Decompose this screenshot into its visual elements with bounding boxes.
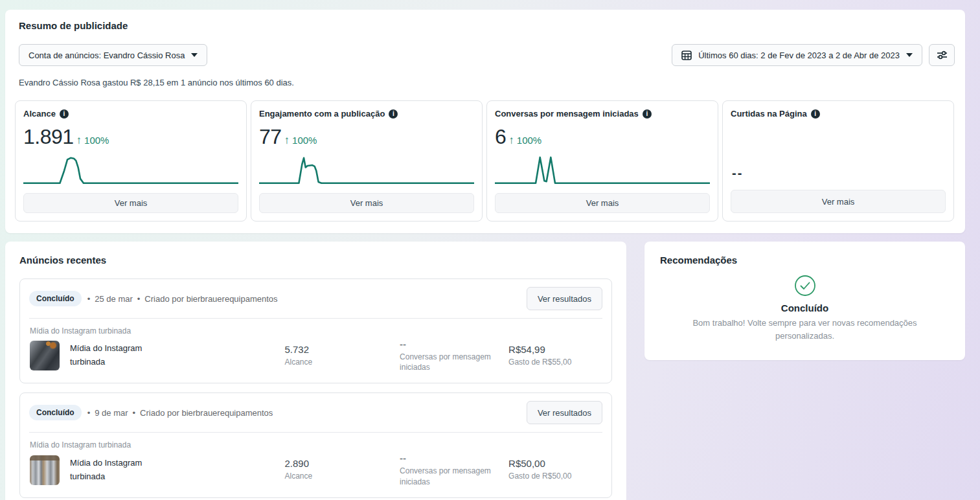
campaign-label: Mídia do Instagram turbinada: [30, 326, 602, 335]
metric-value: --: [400, 339, 508, 350]
metric-card-engagement: Engajamento com a publicação i 77 ↑ 100%…: [251, 100, 483, 222]
advertising-summary-panel: Resumo de publicidade Conta de anúncios:…: [5, 10, 965, 233]
metric-change: 100%: [84, 135, 109, 146]
info-icon[interactable]: i: [60, 109, 69, 119]
chevron-down-icon: [191, 53, 198, 57]
metric-value: R$54,99: [508, 344, 602, 355]
ad-title: Mídia do Instagram turbinada: [70, 457, 167, 484]
see-more-button[interactable]: Ver mais: [731, 190, 946, 213]
metric-label: Conversas por mensagem iniciadas: [400, 352, 497, 372]
metric-value: 1.891: [23, 125, 74, 149]
date-range-label: Últimos 60 dias: 2 de Fev de 2023 a 2 de…: [698, 51, 900, 60]
filter-settings-button[interactable]: [929, 44, 955, 66]
ad-date: 25 de mar: [87, 294, 133, 304]
recommendations-panel: Recomendações Concluído Bom trabalho! Vo…: [644, 242, 965, 360]
metric-value-empty: --: [732, 166, 946, 181]
ad-creator: Criado por bierbrauerequipamentos: [133, 408, 273, 418]
calendar-icon: [681, 50, 692, 60]
metric-label: Conversas por mensagem iniciadas: [400, 466, 497, 486]
recommendation-status: Concluído: [781, 302, 828, 313]
recommendations-title: Recomendações: [660, 255, 950, 266]
metric-change: 100%: [517, 135, 541, 146]
ad-metric-conversations: -- Conversas por mensagem iniciadas: [400, 339, 508, 372]
view-results-button[interactable]: Ver resultados: [527, 401, 602, 424]
metric-value: 77: [259, 125, 282, 149]
ad-title: Mídia do Instagram turbinada: [70, 342, 167, 369]
metric-label: Gasto de R$50,00: [508, 471, 602, 481]
view-results-button[interactable]: Ver resultados: [527, 287, 602, 310]
ad-date: 9 de mar: [87, 408, 128, 418]
toolbar-right-group: Últimos 60 dias: 2 de Fev de 2023 a 2 de…: [672, 44, 955, 66]
summary-toolbar: Conta de anúncios: Evandro Cássio Rosa Ú…: [14, 44, 955, 66]
trend-up-icon: ↑: [76, 134, 82, 147]
page-title: Resumo de publicidade: [14, 20, 955, 31]
info-icon[interactable]: i: [811, 109, 820, 119]
trend-up-icon: ↑: [508, 134, 514, 147]
see-more-button[interactable]: Ver mais: [23, 193, 238, 213]
empty-metric-area: [731, 122, 946, 159]
ads-summary-page: Resumo de publicidade Conta de anúncios:…: [0, 0, 980, 500]
metric-label: Engajamento com a publicação: [259, 109, 385, 119]
ad-thumbnail[interactable]: [30, 341, 60, 370]
ad-creator: Criado por bierbrauerequipamentos: [137, 294, 278, 304]
ad-meta: 25 de mar Criado por bierbrauerequipamen…: [87, 294, 278, 304]
ad-metric-reach: 5.732 Alcance: [285, 344, 400, 367]
info-icon[interactable]: i: [643, 109, 652, 119]
trend-up-icon: ↑: [284, 134, 290, 147]
metric-label: Conversas por mensagem iniciadas: [495, 109, 639, 119]
metric-value: 6: [495, 125, 506, 149]
status-badge: Concluído: [29, 291, 82, 306]
metric-label: Alcance: [285, 357, 382, 367]
metric-card-conversations: Conversas por mensagem iniciadas i 6 ↑ 1…: [486, 100, 718, 222]
metric-label: Alcance: [23, 109, 56, 119]
ad-account-selector-label: Conta de anúncios: Evandro Cássio Rosa: [28, 51, 185, 60]
ad-metric-spend: R$54,99 Gasto de R$55,00: [508, 344, 602, 367]
metric-card-reach: Alcance i 1.891 ↑ 100% Ver mais: [15, 100, 247, 222]
sparkline-chart: [259, 153, 474, 187]
metric-value: 5.732: [285, 344, 400, 355]
sparkline-chart: [495, 153, 710, 187]
see-more-button[interactable]: Ver mais: [495, 193, 710, 213]
metric-label: Alcance: [285, 471, 382, 481]
sparkline-chart: [23, 153, 238, 187]
chevron-down-icon: [906, 53, 913, 57]
recent-ads-panel: Anúncios recentes Concluído 25 de mar Cr…: [5, 242, 626, 500]
metrics-row: Alcance i 1.891 ↑ 100% Ver mais Engajame…: [14, 100, 955, 222]
metric-value: 2.890: [285, 458, 400, 469]
metric-card-page-likes: Curtidas na Página i -- Ver mais: [722, 100, 954, 222]
campaign-label: Mídia do Instagram turbinada: [30, 440, 602, 449]
date-range-selector[interactable]: Últimos 60 dias: 2 de Fev de 2023 a 2 de…: [672, 44, 922, 66]
ad-list-item: Concluído 9 de mar Criado por bierbrauer…: [19, 392, 612, 497]
recent-ads-title: Anúncios recentes: [19, 255, 612, 266]
see-more-button[interactable]: Ver mais: [259, 193, 474, 213]
check-circle-icon: [794, 275, 816, 297]
recommendation-message: Bom trabalho! Volte sempre para ver nova…: [663, 317, 948, 342]
sliders-icon: [937, 50, 948, 60]
ad-metric-reach: 2.890 Alcance: [285, 458, 400, 481]
ad-metric-spend: R$50,00 Gasto de R$50,00: [508, 458, 602, 481]
metric-value: R$50,00: [508, 458, 602, 469]
info-icon[interactable]: i: [389, 109, 398, 119]
ad-list-item: Concluído 25 de mar Criado por bierbraue…: [19, 278, 612, 383]
status-badge: Concluído: [29, 405, 82, 420]
metric-label: Curtidas na Página: [731, 109, 807, 119]
metric-change: 100%: [292, 135, 317, 146]
ad-account-selector[interactable]: Conta de anúncios: Evandro Cássio Rosa: [19, 44, 207, 66]
metric-value: --: [400, 453, 508, 464]
ad-metric-conversations: -- Conversas por mensagem iniciadas: [400, 453, 508, 486]
spend-summary-text: Evandro Cássio Rosa gastou R$ 28,15 em 1…: [19, 78, 955, 87]
ad-meta: 9 de mar Criado por bierbrauerequipament…: [87, 408, 273, 418]
metric-label: Gasto de R$55,00: [508, 357, 602, 367]
ad-thumbnail[interactable]: [30, 455, 60, 485]
